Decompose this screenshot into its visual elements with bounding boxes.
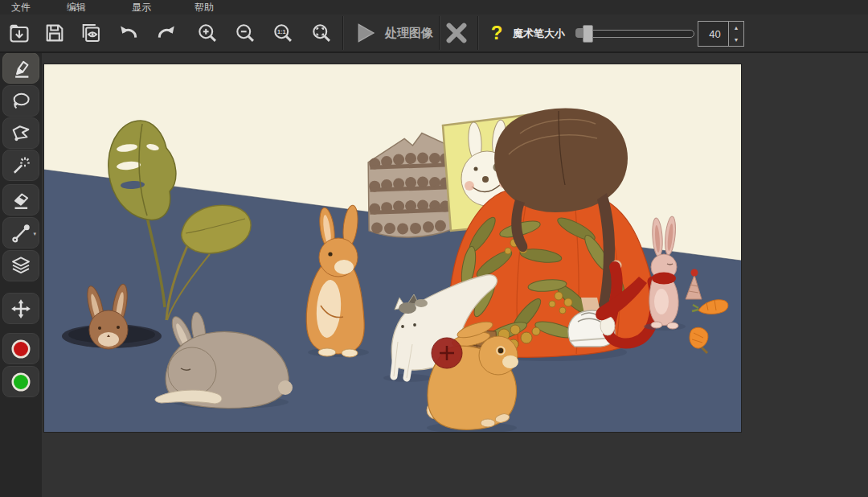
magic-brush-size-label: 魔术笔大小: [513, 27, 565, 41]
red-circle-icon: [9, 337, 33, 361]
svg-text:1:1: 1:1: [277, 28, 285, 35]
question-mark-icon: ?: [491, 22, 503, 44]
zoom-fit-button[interactable]: [309, 20, 334, 46]
magic-wand-icon: [9, 154, 33, 178]
marker-tool-button[interactable]: [2, 52, 39, 84]
layers-icon: [9, 254, 33, 278]
lasso-icon: [9, 89, 33, 113]
menu-view[interactable]: 显示: [132, 1, 151, 14]
close-x-icon: [444, 20, 469, 46]
toolbar-divider: [477, 16, 479, 50]
canvas-image[interactable]: [44, 64, 741, 432]
spinner-up-button[interactable]: ▲: [729, 22, 743, 34]
magnifier-fit-icon: [310, 22, 333, 44]
magnifier-1-1-icon: 1:1: [272, 22, 294, 44]
layers-tool-button[interactable]: [2, 250, 39, 281]
eraser-tool-button[interactable]: [2, 184, 39, 216]
green-circle-icon: [9, 370, 33, 394]
menubar: 文件 编辑 显示 帮助: [0, 0, 868, 14]
play-icon: [354, 21, 378, 45]
spinner-down-button[interactable]: ▼: [729, 34, 743, 46]
line-icon: [9, 221, 33, 245]
polygon-lasso-tool-button[interactable]: [2, 117, 39, 149]
magnifier-plus-icon: [196, 22, 219, 44]
toolbar-divider: [439, 16, 440, 50]
move-tool-button[interactable]: [2, 293, 39, 324]
undo-button[interactable]: [116, 20, 141, 46]
zoom-actual-size-button[interactable]: 1:1: [270, 20, 296, 46]
magic-brush-size-input[interactable]: [698, 21, 732, 47]
polygon-lasso-icon: [9, 121, 33, 146]
open-image-button[interactable]: [6, 20, 32, 46]
lasso-tool-button[interactable]: [2, 85, 39, 117]
line-tool-button[interactable]: ▾: [2, 217, 39, 249]
help-button[interactable]: ?: [484, 20, 510, 46]
green-marker-button[interactable]: [2, 366, 39, 397]
menu-file[interactable]: 文件: [11, 1, 31, 14]
preview-button[interactable]: [78, 20, 104, 46]
toolbar: 1:1 处理图像: [0, 14, 868, 53]
marker-pen-icon: [9, 56, 33, 80]
close-button[interactable]: [444, 20, 469, 46]
zoom-out-button[interactable]: [232, 20, 258, 46]
spinner-arrows: ▲ ▼: [728, 21, 744, 47]
magic-brush-cursor: [432, 338, 462, 368]
undo-arrow-icon: [117, 21, 141, 45]
redo-button[interactable]: [154, 20, 179, 46]
copy-eye-icon: [80, 22, 102, 44]
magic-brush-size-slider[interactable]: [575, 30, 694, 38]
workspace: [42, 51, 868, 497]
save-button[interactable]: [42, 20, 68, 46]
redo-arrow-icon: [154, 21, 178, 45]
floppy-disk-icon: [43, 22, 66, 44]
toolbar-divider: [342, 16, 344, 50]
folder-import-icon: [8, 22, 31, 44]
process-image-label: 处理图像: [385, 26, 433, 41]
eraser-icon: [9, 188, 33, 212]
zoom-in-button[interactable]: [194, 20, 220, 46]
magnifier-minus-icon: [234, 22, 256, 44]
magic-wand-tool-button[interactable]: [2, 150, 39, 181]
image-editor-window: { "window": {"title": "image-editor", "w…: [0, 0, 868, 497]
move-arrows-icon: [9, 297, 33, 321]
tool-sidebar: ▾: [0, 51, 42, 497]
red-marker-button[interactable]: [2, 333, 39, 364]
slider-handle[interactable]: [583, 25, 593, 43]
menu-edit[interactable]: 编辑: [67, 1, 86, 14]
slider-cap: [575, 28, 583, 38]
submenu-arrow-icon: ▾: [33, 231, 36, 237]
menu-help[interactable]: 帮助: [194, 1, 214, 14]
process-image-button[interactable]: 处理图像: [349, 18, 438, 48]
